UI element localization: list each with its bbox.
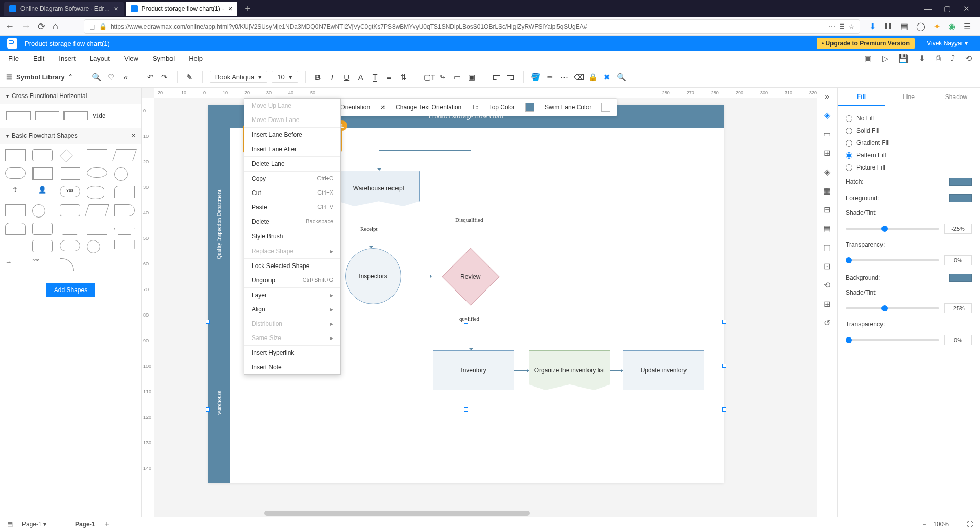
ctx-item-copy[interactable]: CopyCtrl+C <box>244 172 340 186</box>
transp2-slider[interactable] <box>846 339 939 341</box>
grid-icon[interactable]: ⊞ <box>824 148 830 158</box>
line-spacing-icon[interactable]: ⇅ <box>399 73 409 82</box>
shape-hex[interactable] <box>60 223 80 235</box>
ctx-item-paste[interactable]: PasteCtrl+V <box>244 200 340 214</box>
swimlane-shape-1[interactable] <box>6 111 31 120</box>
shape-arrow[interactable]: → <box>5 258 26 271</box>
library-icon[interactable]: ⫿⫿ <box>884 21 892 31</box>
bold-icon[interactable]: B <box>313 73 323 81</box>
shape-doc[interactable] <box>5 204 26 216</box>
shape-card[interactable] <box>114 186 135 198</box>
sidebar-icon[interactable]: ▤ <box>900 21 908 31</box>
shape-terminator[interactable] <box>5 167 26 179</box>
app-logo-icon[interactable] <box>7 38 17 49</box>
lane1-label[interactable]: Quality Inspection Department <box>208 128 230 322</box>
shield-icon[interactable]: ◫ <box>89 23 95 30</box>
focus-icon[interactable]: ▣ <box>864 54 872 63</box>
ctx-item-insert-hyperlink[interactable]: Insert Hyperlink <box>244 346 340 360</box>
add-page-button[interactable]: + <box>104 520 109 529</box>
lane2-label[interactable]: warehouse <box>208 322 230 483</box>
clear-icon[interactable]: ⌫ <box>574 73 584 82</box>
fill-solid[interactable]: Solid Fill <box>846 125 972 137</box>
menu-help[interactable]: Help <box>189 55 203 62</box>
h-scrollbar[interactable] <box>142 510 817 517</box>
hatch-swatch[interactable] <box>949 178 972 186</box>
add-shapes-button[interactable]: Add Shapes <box>46 283 95 297</box>
ctx-item-lock-selected-shape[interactable]: Lock Selected Shape <box>244 259 340 273</box>
ruler-icon[interactable]: ⊟ <box>824 205 830 214</box>
section-basic-flowchart[interactable]: Basic Flowchart Shapes × <box>0 128 141 144</box>
home-icon[interactable]: ⌂ <box>53 21 58 32</box>
shape-person[interactable]: ☥ <box>5 186 26 198</box>
more-icon[interactable]: ⋯ <box>829 23 835 30</box>
redo-icon[interactable]: ↷ <box>160 73 170 82</box>
export-icon[interactable]: ⬇ <box>919 54 925 63</box>
inventory-shape[interactable]: Inventory <box>433 350 514 390</box>
url-input[interactable]: ◫ 🔒 https://www.edrawmax.com/online/app.… <box>84 19 860 34</box>
inspectors-shape[interactable]: Inspectors <box>345 248 401 304</box>
org-list-shape[interactable]: Organize the inventory list <box>529 350 610 390</box>
reader-icon[interactable]: ☰ <box>839 23 845 30</box>
transp1-slider[interactable] <box>846 259 939 261</box>
menu-insert[interactable]: Insert <box>59 55 76 62</box>
shape-pill2[interactable] <box>60 240 80 251</box>
shape-round4[interactable] <box>32 240 53 252</box>
menu-view[interactable]: View <box>124 55 138 62</box>
shape-round3[interactable] <box>32 223 53 235</box>
tab-fill[interactable]: Fill <box>838 88 885 106</box>
shape-shield[interactable] <box>114 240 135 252</box>
close-section-icon[interactable]: × <box>132 132 135 139</box>
fill-no-fill[interactable]: No Fill <box>846 112 972 125</box>
shape-ellipse[interactable] <box>87 167 107 178</box>
shape-cylinder[interactable] <box>87 186 104 199</box>
menu-layout[interactable]: Layout <box>90 55 110 62</box>
bg-swatch[interactable] <box>949 274 972 282</box>
fill-picture[interactable]: Picture Fill <box>846 161 972 174</box>
ext2-icon[interactable]: ◉ <box>948 21 955 31</box>
shape-tape[interactable] <box>5 223 26 235</box>
shape-user[interactable]: 👤 <box>32 186 53 198</box>
upgrade-button[interactable]: • Upgrade to Premium Version <box>817 38 915 49</box>
heart-icon[interactable]: ♡ <box>106 73 116 82</box>
fill-bucket-icon[interactable]: 🪣 <box>531 73 541 82</box>
shade1-slider[interactable] <box>846 228 939 230</box>
menu-edit[interactable]: Edit <box>33 55 44 62</box>
lock-icon[interactable]: 🔒 <box>588 73 598 82</box>
fill-pattern[interactable]: Pattern Fill <box>846 149 972 161</box>
pdf-icon[interactable]: ⎙ <box>936 54 941 63</box>
swimlane-shape-3[interactable] <box>63 111 88 120</box>
ctx-item-layer[interactable]: Layer▸ <box>244 288 340 302</box>
font-color-icon[interactable]: A <box>356 73 366 81</box>
fullscreen-icon[interactable]: ⛶ <box>967 521 973 528</box>
section-cross-functional[interactable]: Cross Functional Horizontal <box>0 88 141 104</box>
collapse-icon[interactable]: « <box>120 73 131 81</box>
shape-parallelogram[interactable] <box>112 149 137 161</box>
shape-note[interactable]: note <box>32 258 53 271</box>
shade2-value[interactable]: -25% <box>944 303 972 313</box>
menu-icon[interactable]: ☰ <box>964 21 971 31</box>
line-style-icon[interactable]: ⋯ <box>559 73 570 82</box>
ctx-item-insert-lane-after[interactable]: Insert Lane After <box>244 142 340 157</box>
user-menu[interactable]: Vivek Nayyar ▾ <box>922 40 973 47</box>
shape-trap[interactable] <box>87 223 107 235</box>
ctx-item-align[interactable]: Align▸ <box>244 302 340 317</box>
orient-icon[interactable]: ⤮ <box>380 104 385 111</box>
back-icon[interactable]: ← <box>5 21 14 32</box>
star-icon[interactable]: ☆ <box>849 23 854 30</box>
search-icon[interactable]: 🔍 <box>92 73 102 82</box>
top-color-swatch[interactable] <box>525 103 534 112</box>
tab-line[interactable]: Line <box>885 88 933 106</box>
shape-circle[interactable] <box>114 167 128 181</box>
line-color-icon[interactable]: ✏ <box>545 73 555 82</box>
fill-tool-icon[interactable]: ◈ <box>824 110 830 120</box>
reload-icon[interactable]: ⟳ <box>38 21 45 32</box>
close-tab-icon[interactable]: × <box>228 5 232 13</box>
ctx-item-insert-lane-before[interactable]: Insert Lane Before <box>244 128 340 142</box>
text-icon[interactable]: ◫ <box>823 243 831 252</box>
shape-display[interactable] <box>114 204 135 216</box>
undo-icon[interactable]: ↶ <box>145 73 156 82</box>
connector-icon[interactable]: ⤷ <box>438 73 448 82</box>
close-tab-icon[interactable]: × <box>114 5 118 13</box>
layers-icon[interactable]: ◈ <box>824 167 830 177</box>
transp2-value[interactable]: 0% <box>944 335 972 345</box>
